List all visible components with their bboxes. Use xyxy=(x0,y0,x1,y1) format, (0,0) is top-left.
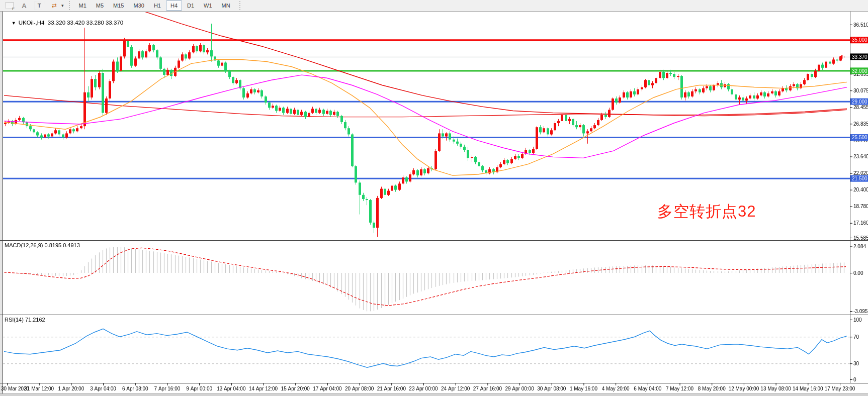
timeframe-button-w1[interactable]: W1 xyxy=(199,1,217,11)
ohlc-values: 33.320 33.420 33.280 33.370 xyxy=(48,20,123,26)
text-a-icon[interactable]: A xyxy=(18,1,30,10)
chart-annotation-text[interactable]: 多空转折点32 xyxy=(657,201,756,222)
rsi-indicator-label: RSI(14) 71.2162 xyxy=(5,317,45,323)
symbol-dropdown-arrow[interactable]: ▼ xyxy=(12,21,16,26)
grid-f-icon[interactable]: F xyxy=(3,1,15,10)
toolbar: F A T ⇄ ▾ M1M5M15M30H1H4D1W1MN xyxy=(0,0,868,12)
timeframe-buttons: M1M5M15M30H1H4D1W1MN xyxy=(74,1,235,11)
price-axis[interactable] xyxy=(850,12,868,383)
timeframe-button-d1[interactable]: D1 xyxy=(183,1,199,11)
macd-indicator-label: MACD(12,26,9) 0.8195 0.4913 xyxy=(5,242,80,248)
timeframe-button-h1[interactable]: H1 xyxy=(149,1,165,11)
mt4-terminal-window: { "ui": { "toolbar": { "icons": [ {"name… xyxy=(0,0,868,396)
arrows-glyph: ⇄ xyxy=(52,2,57,9)
grid-f-letter: F xyxy=(12,7,15,11)
timeframe-button-h4[interactable]: H4 xyxy=(166,1,182,11)
toolbar-separator xyxy=(69,1,71,10)
dropdown-caret-icon[interactable]: ▾ xyxy=(61,3,64,8)
chart-header: ▼UKOil-,H4 33.320 33.420 33.280 33.370 xyxy=(5,14,123,32)
t-box-glyph: T xyxy=(35,2,44,10)
cycle-arrows-icon[interactable]: ⇄ xyxy=(48,1,60,10)
timeframe-button-m30[interactable]: M30 xyxy=(129,1,149,11)
timeframe-button-m5[interactable]: M5 xyxy=(92,1,108,11)
symbol-timeframe-label: UKOil-,H4 xyxy=(19,20,45,26)
text-t-icon[interactable]: T xyxy=(33,1,45,10)
timeframe-button-m15[interactable]: M15 xyxy=(109,1,128,11)
toolbar-separator xyxy=(239,1,242,10)
timeframe-button-mn[interactable]: MN xyxy=(217,1,235,11)
letter-a-glyph: A xyxy=(22,2,26,10)
timeframe-button-m1[interactable]: M1 xyxy=(74,1,91,11)
